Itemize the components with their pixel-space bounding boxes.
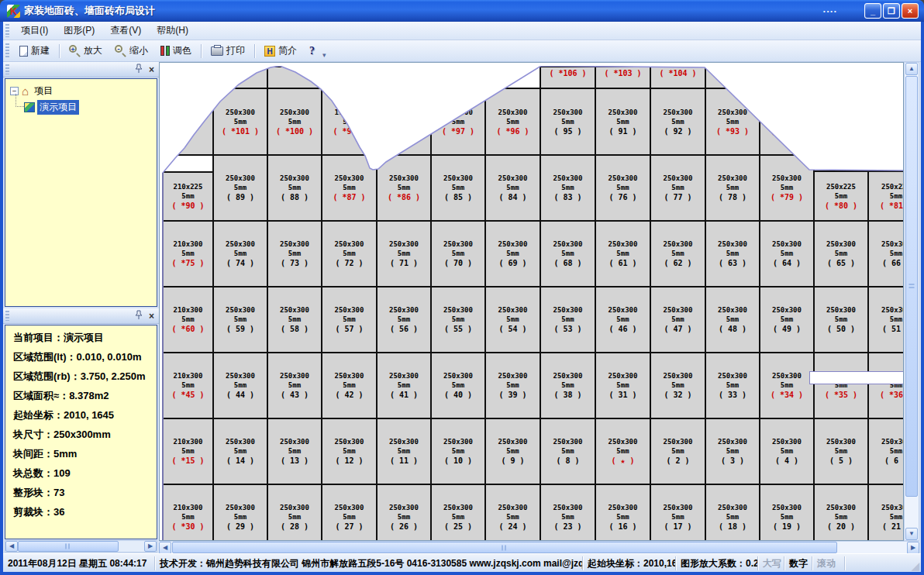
tile[interactable]: 250x3005mm( *34 )	[759, 352, 815, 419]
tile[interactable]: 250x3005mm( 5 )	[813, 418, 869, 485]
tile[interactable]: 250x3005mm( 64 )	[759, 220, 815, 288]
panel-grip[interactable]	[5, 64, 9, 74]
tile[interactable]: 250x3005mm( 20 )	[813, 484, 869, 540]
tile[interactable]: 250x3005mm( 39 )	[484, 352, 541, 419]
close-button[interactable]: ×	[902, 3, 919, 19]
scroll-right-arrow[interactable]: ▶	[907, 542, 919, 554]
tile[interactable]: 250x3005mm( *87 )	[321, 154, 378, 222]
tile[interactable]: 250x3005mm( 76 )	[595, 154, 651, 222]
tile[interactable]: 250x3005mm( 6 )	[867, 418, 903, 485]
tile[interactable]: 250x3005mm( 84 )	[484, 154, 541, 222]
tile[interactable]: 250x3005mm( 55 )	[430, 286, 486, 353]
tile[interactable]: 250x3005mm( 66 )	[867, 220, 903, 288]
tile[interactable]: 250x3005mm( 19 )	[759, 484, 815, 540]
tile[interactable]: 210x3005mm( *45 )	[162, 352, 214, 419]
menu-help[interactable]: 帮助(H)	[149, 22, 196, 40]
tile[interactable]: 250x3005mm( 54 )	[484, 286, 541, 353]
tile[interactable]: 250x3005mm( 14 )	[212, 418, 268, 485]
pin-icon[interactable]	[135, 63, 143, 77]
tile[interactable]: 250x3005mm( 12 )	[321, 418, 378, 485]
tile[interactable]: 250x3005mm( 3 )	[705, 418, 760, 485]
tile[interactable]: ( *105 )	[705, 66, 760, 89]
tile[interactable]: 250x3005mm( 29 )	[212, 484, 268, 540]
about-button[interactable]: H 简介	[258, 41, 303, 60]
tile[interactable]: 250x3005mm( 72 )	[321, 220, 378, 288]
scrollbar-thumb[interactable]	[905, 76, 918, 497]
scrollbar-thumb[interactable]	[172, 542, 837, 553]
minimize-button[interactable]: _	[864, 3, 881, 19]
tile[interactable]: 175x3005mm( *99 )	[321, 88, 378, 156]
tile[interactable]: 250x3005mm( 63 )	[705, 220, 760, 288]
tile[interactable]: 250x3005mm( 10 )	[430, 418, 486, 485]
tile[interactable]: 250x3005mm( 57 )	[321, 286, 378, 353]
tile[interactable]: 250x3005mm( *101 )	[212, 88, 268, 156]
tile[interactable]: 250x3005mm( 46 )	[595, 286, 651, 353]
tile[interactable]: 250x3005mm( 40 )	[430, 352, 486, 419]
tile[interactable]: 250x3005mm( 11 )	[376, 418, 432, 485]
tile[interactable]	[212, 66, 268, 89]
tile[interactable]: 250x3005mm( 18 )	[705, 484, 760, 540]
tile[interactable]: 250x3005mm( 2 )	[650, 418, 706, 485]
tile[interactable]: 250x2255mm( *81 )	[867, 170, 903, 222]
menu-graphics[interactable]: 图形(P)	[56, 22, 102, 40]
zoom-in-button[interactable]: + 放大	[63, 41, 109, 60]
panel-close-icon[interactable]: ×	[149, 312, 154, 321]
tile[interactable]: 250x3005mm( 68 )	[540, 220, 596, 288]
tile[interactable]: 250x3005mm( 48 )	[705, 286, 760, 353]
tile[interactable]: 250x3005mm( ★ )	[595, 418, 651, 485]
tile[interactable]: 250x3005mm( *98 )	[376, 88, 432, 156]
tile[interactable]: 250x3005mm( 16 )	[595, 484, 651, 540]
tile[interactable]	[321, 66, 378, 89]
tile[interactable]: 250x3005mm( *86 )	[376, 154, 432, 222]
tile[interactable]: 250x3005mm( 17 )	[650, 484, 706, 540]
scroll-left-arrow[interactable]: ◀	[159, 542, 171, 554]
tile[interactable]: 250x3005mm( 32 )	[650, 352, 706, 419]
tile[interactable]: 250x3005mm( 23 )	[540, 484, 596, 540]
tile[interactable]: 250x3005mm( 91 )	[595, 88, 651, 156]
tree-root-row[interactable]: − ⌂ 项目	[10, 84, 157, 98]
tile[interactable]: 250x3005mm( 78 )	[705, 154, 760, 222]
tile[interactable]: 250x3005mm( *94 )	[759, 88, 815, 156]
print-button[interactable]: 打印	[205, 41, 251, 60]
tree-item-demo-project[interactable]: 演示项目	[24, 100, 157, 115]
tile[interactable]: 210x2255mm( *90 )	[162, 171, 214, 222]
tile[interactable]	[267, 66, 322, 89]
new-button[interactable]: 新建	[13, 41, 56, 60]
tile[interactable]: 250x3005mm( 77 )	[650, 154, 706, 222]
tile[interactable]: 250x2255mm( *80 )	[813, 170, 869, 222]
tile[interactable]: 250x3005mm( 69 )	[484, 220, 541, 288]
tile[interactable]: 250x3005mm( 8 )	[540, 418, 596, 485]
panel-close-icon[interactable]: ×	[149, 65, 154, 74]
info-panel-hscrollbar[interactable]: ◀ ▶	[5, 540, 157, 553]
menubar-grip[interactable]	[5, 24, 9, 36]
scroll-right-arrow[interactable]: ▶	[144, 541, 157, 552]
tile[interactable]: 250x3005mm( 59 )	[212, 286, 268, 353]
tile[interactable]: 210x3005mm( *15 )	[162, 418, 214, 485]
tile[interactable]: 250x3005mm( *36 )	[867, 352, 903, 419]
tile[interactable]: 250x3005mm( 65 )	[813, 220, 869, 288]
tile[interactable]: ( *103 )	[595, 66, 651, 89]
panel-grip[interactable]	[5, 311, 9, 321]
tile[interactable]: 250x3005mm( 21 )	[867, 484, 903, 540]
toolbar-overflow-button[interactable]: ▾	[322, 51, 326, 61]
tile[interactable]: 250x3005mm( 28 )	[267, 484, 322, 540]
scroll-down-arrow[interactable]: ▼	[905, 528, 918, 540]
tile[interactable]: 250x3005mm( 4 )	[759, 418, 815, 485]
scrollbar-thumb[interactable]	[18, 541, 119, 552]
maximize-button[interactable]: ❐	[883, 3, 900, 19]
title-bar[interactable]: K 家装地面砖、墙面砖布局设计 .... _ ❐ ×	[0, 0, 924, 22]
tile[interactable]: 250x3005mm( 61 )	[595, 220, 651, 288]
tile[interactable]: 250x3005mm( 31 )	[595, 352, 651, 419]
tile[interactable]: 250x3005mm( 89 )	[212, 154, 268, 222]
tile[interactable]: 250x3005mm( 73 )	[267, 220, 322, 288]
tile[interactable]: 250x3005mm( 9 )	[484, 418, 541, 485]
tile[interactable]: 250x3005mm( 85 )	[430, 154, 486, 222]
scroll-up-arrow[interactable]: ▲	[905, 63, 918, 75]
help-button[interactable]: ?	[303, 43, 321, 60]
scroll-left-arrow[interactable]: ◀	[5, 541, 18, 552]
canvas-hscrollbar[interactable]: ◀ ▶	[159, 541, 919, 553]
tile[interactable]: 250x3005mm( 41 )	[376, 352, 432, 419]
tree-item-label[interactable]: 演示项目	[37, 100, 79, 115]
tile[interactable]: ( *104 )	[650, 66, 706, 89]
menu-project[interactable]: 项目(I)	[13, 22, 56, 40]
